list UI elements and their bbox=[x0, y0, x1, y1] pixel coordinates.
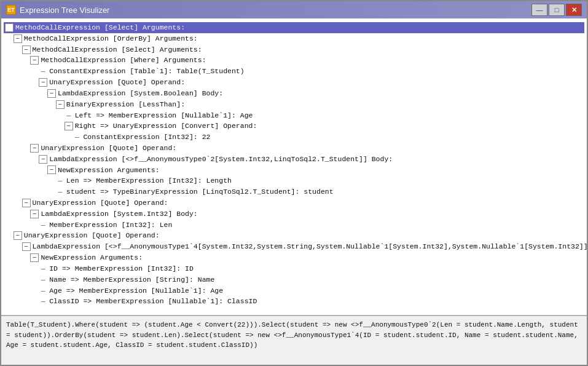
window-title: Expression Tree Visulizer bbox=[20, 6, 109, 15]
tree-row[interactable]: —student => TypeBinaryExpression [LinqTo… bbox=[4, 186, 584, 197]
app-icon: ET bbox=[6, 5, 16, 15]
leaf-indicator: — bbox=[56, 175, 65, 186]
tree-row[interactable]: −LambdaExpression [<>f__AnonymousType0`2… bbox=[4, 154, 584, 165]
tree-indent bbox=[5, 175, 56, 186]
tree-node-label: LambdaExpression [<>f__AnonymousType0`2[… bbox=[49, 154, 393, 165]
tree-row[interactable]: −NewExpression Arguments: bbox=[4, 165, 584, 176]
tree-row[interactable]: −UnaryExpression [Quote] Operand: bbox=[4, 230, 584, 241]
tree-node-label: LambdaExpression [<>f__AnonymousType1`4[… bbox=[33, 241, 587, 252]
tree-content: −MethodCallExpression [Select] Arguments… bbox=[4, 22, 584, 307]
tree-node-label: Right => UnaryExpression [Convert] Opera… bbox=[75, 121, 257, 132]
close-button[interactable]: ✕ bbox=[566, 4, 582, 16]
tree-node-label: Left => MemberExpression [Nullable`1]: A… bbox=[75, 110, 253, 121]
tree-node-label: UnaryExpression [Quote] Operand: bbox=[49, 77, 185, 88]
collapse-icon[interactable]: − bbox=[22, 199, 31, 207]
tree-node-label: NewExpression Arguments: bbox=[58, 165, 160, 176]
collapse-icon[interactable]: − bbox=[47, 165, 56, 174]
tree-node-label: MethodCallExpression [Select] Arguments: bbox=[33, 44, 202, 55]
tree-row[interactable]: —Age => MemberExpression [Nullable`1]: A… bbox=[4, 285, 584, 296]
collapse-icon[interactable]: − bbox=[30, 253, 39, 262]
tree-row[interactable]: −UnaryExpression [Quote] Operand: bbox=[4, 197, 584, 209]
tree-indent bbox=[5, 33, 14, 44]
tree-indent bbox=[5, 121, 65, 132]
tree-row[interactable]: −LambdaExpression [System.Int32] Body: bbox=[4, 209, 584, 220]
tree-node-label: LambdaExpression [System.Int32] Body: bbox=[41, 209, 197, 220]
tree-node-label: ConstantExpression [Int32]: 22 bbox=[83, 132, 210, 143]
tree-indent bbox=[5, 165, 47, 176]
tree-node-label: Age => MemberExpression [Nullable`1]: Ag… bbox=[49, 285, 223, 296]
collapse-icon[interactable]: − bbox=[39, 155, 47, 164]
tree-row[interactable]: —MemberExpression [Int32]: Len bbox=[4, 220, 584, 231]
collapse-icon[interactable]: − bbox=[65, 122, 73, 130]
tree-row[interactable]: −UnaryExpression [Quote] Operand: bbox=[4, 77, 584, 88]
tree-node-label: NewExpression Arguments: bbox=[41, 252, 143, 263]
leaf-indicator: — bbox=[39, 296, 47, 307]
tree-node-label: UnaryExpression [Quote] Operand: bbox=[41, 143, 176, 154]
tree-node-label: UnaryExpression [Quote] Operand: bbox=[24, 230, 160, 241]
collapse-icon[interactable]: − bbox=[5, 23, 14, 32]
tree-indent bbox=[5, 44, 22, 55]
tree-row[interactable]: −UnaryExpression [Quote] Operand: bbox=[4, 143, 584, 154]
leaf-indicator: — bbox=[65, 110, 73, 121]
tree-row[interactable]: −Right => UnaryExpression [Convert] Oper… bbox=[4, 121, 584, 132]
collapse-icon[interactable]: − bbox=[14, 231, 22, 240]
tree-indent bbox=[5, 296, 39, 307]
tree-indent bbox=[5, 263, 39, 274]
minimize-button[interactable]: — bbox=[531, 4, 547, 16]
tree-indent bbox=[5, 110, 65, 121]
collapse-icon[interactable]: − bbox=[14, 34, 22, 43]
collapse-icon[interactable]: − bbox=[47, 89, 56, 98]
tree-node-label: UnaryExpression [Quote] Operand: bbox=[33, 197, 168, 209]
tree-indent bbox=[5, 132, 73, 143]
tree-node-label: ID => MemberExpression [Int32]: ID bbox=[49, 263, 194, 274]
tree-indent bbox=[5, 186, 56, 197]
tree-row[interactable]: —ConstantExpression [Int32]: 22 bbox=[4, 132, 584, 143]
tree-indent bbox=[5, 77, 39, 88]
tree-row[interactable]: −LambdaExpression [<>f__AnonymousType1`4… bbox=[4, 241, 584, 252]
maximize-button[interactable]: □ bbox=[549, 4, 565, 16]
tree-row[interactable]: —Left => MemberExpression [Nullable`1]: … bbox=[4, 110, 584, 121]
leaf-indicator: — bbox=[39, 66, 47, 77]
collapse-icon[interactable]: − bbox=[56, 100, 65, 109]
tree-area[interactable]: −MethodCallExpression [Select] Arguments… bbox=[1, 18, 587, 316]
tree-row[interactable]: −LambdaExpression [System.Boolean] Body: bbox=[4, 88, 584, 99]
tree-node-label: MemberExpression [Int32]: Len bbox=[49, 220, 172, 231]
tree-node-label: Name => MemberExpression [String]: Name bbox=[49, 274, 214, 285]
tree-indent bbox=[5, 197, 22, 209]
collapse-icon[interactable]: − bbox=[22, 46, 31, 54]
tree-indent bbox=[5, 143, 30, 154]
tree-indent bbox=[5, 209, 30, 220]
tree-node-label: ClassID => MemberExpression [Nullable`1]… bbox=[49, 296, 257, 307]
tree-row[interactable]: —Len => MemberExpression [Int32]: Length bbox=[4, 175, 584, 186]
leaf-indicator: — bbox=[39, 220, 47, 231]
collapse-icon[interactable]: − bbox=[39, 78, 47, 87]
tree-node-label: student => TypeBinaryExpression [LinqToS… bbox=[66, 186, 334, 197]
tree-row[interactable]: −BinaryExpression [LessThan]: bbox=[4, 99, 584, 110]
tree-row[interactable]: —Name => MemberExpression [String]: Name bbox=[4, 274, 584, 285]
tree-node-label: MethodCallExpression [OrderBy] Arguments… bbox=[24, 33, 198, 44]
tree-row[interactable]: —ConstantExpression [Table`1]: Table(T_S… bbox=[4, 66, 584, 77]
tree-row[interactable]: −MethodCallExpression [Select] Arguments… bbox=[4, 22, 584, 33]
leaf-indicator: — bbox=[39, 285, 47, 296]
collapse-icon[interactable]: − bbox=[30, 210, 39, 218]
tree-row[interactable]: −MethodCallExpression [OrderBy] Argument… bbox=[4, 33, 584, 44]
tree-row[interactable]: −MethodCallExpression [Where] Arguments: bbox=[4, 55, 584, 66]
tree-indent bbox=[5, 99, 56, 110]
tree-row[interactable]: −NewExpression Arguments: bbox=[4, 252, 584, 263]
tree-indent bbox=[5, 230, 14, 241]
collapse-icon[interactable]: − bbox=[30, 144, 39, 153]
leaf-indicator: — bbox=[39, 263, 47, 274]
tree-row[interactable]: —ClassID => MemberExpression [Nullable`1… bbox=[4, 296, 584, 307]
tree-row[interactable]: −MethodCallExpression [Select] Arguments… bbox=[4, 44, 584, 55]
tree-indent bbox=[5, 88, 47, 99]
leaf-indicator: — bbox=[73, 132, 81, 143]
tree-row[interactable]: —ID => MemberExpression [Int32]: ID bbox=[4, 263, 584, 274]
tree-node-label: BinaryExpression [LessThan]: bbox=[66, 99, 185, 110]
collapse-icon[interactable]: − bbox=[30, 56, 39, 65]
tree-node-label: Len => MemberExpression [Int32]: Length bbox=[66, 175, 232, 186]
tree-indent bbox=[5, 274, 39, 285]
collapse-icon[interactable]: − bbox=[22, 242, 31, 251]
title-bar: ET Expression Tree Visulizer — □ ✕ bbox=[1, 1, 587, 18]
tree-indent bbox=[5, 241, 22, 252]
tree-node-label: ConstantExpression [Table`1]: Table(T_St… bbox=[49, 66, 244, 77]
